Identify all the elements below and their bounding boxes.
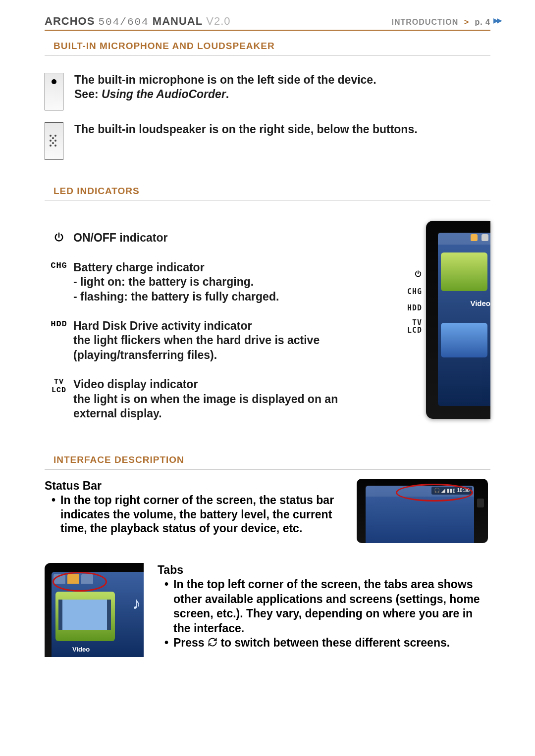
model: 504/604 [98, 16, 149, 28]
microphone-thumbnail [45, 73, 63, 110]
side-hdd: HDD [407, 300, 422, 316]
version: V2.0 [206, 15, 230, 27]
led-hdd-desc: Hard Disk Drive activity indicator the l… [73, 319, 378, 362]
mic-see-suffix: . [226, 88, 229, 101]
led-power-title: ON/OFF indicator [73, 231, 167, 246]
hdd-label: HDD [45, 319, 73, 362]
led-item-tvlcd: TV LCD Video display indicator the light… [45, 377, 378, 421]
page-number: p. 4 [475, 18, 490, 26]
chevron-right-icon: > [464, 18, 469, 26]
loudspeaker-text: The built-in loudspeaker is on the right… [74, 122, 418, 137]
led-chg-l2: - flashing: the battery is fully charged… [73, 290, 279, 304]
side-power-icon [407, 267, 422, 284]
section-heading-led: LED INDICATORS [45, 183, 490, 201]
led-item-hdd: HDD Hard Disk Drive activity indicator t… [45, 319, 378, 362]
section-heading-interface: INTERFACE DESCRIPTION [45, 452, 490, 470]
tabs-heading: Tabs [158, 563, 490, 577]
power-icon [45, 231, 73, 246]
statusbar-block: Status Bar • In the top right corner of … [45, 479, 490, 543]
page-header: ARCHOS 504/604 MANUAL V2.0 INTRODUCTION … [45, 15, 490, 31]
mic-reference: Using the AudioCorder [102, 88, 226, 101]
led-block: ON/OFF indicator CHG Battery charge indi… [45, 221, 490, 429]
statusbar-heading: Status Bar [45, 479, 349, 493]
tabs-highlight-ring [53, 572, 107, 592]
tabs-text: Tabs • In the top left corner of the scr… [158, 563, 490, 651]
bullet-icon: • [164, 636, 173, 651]
statusbar-figure: 🎧 ◢ ▮▮▯ 10:30 [357, 479, 490, 543]
mic-see-prefix: See: [74, 88, 102, 101]
device-screen: Video [438, 233, 490, 406]
side-tvlcd: TV LCD [407, 319, 422, 334]
led-list: ON/OFF indicator CHG Battery charge indi… [45, 221, 378, 421]
led-tvlcd-desc: Video display indicator the light is on … [73, 377, 378, 421]
led-hdd-text: the light flickers when the hard drive i… [73, 333, 378, 362]
tabs-app-label: Video [72, 646, 90, 653]
statusbar-text: Status Bar • In the top right corner of … [45, 479, 349, 536]
led-item-chg: CHG Battery charge indicator - light on:… [45, 260, 378, 304]
loudspeaker-thumbnail [45, 122, 63, 160]
tabs-bullet-1: In the top left corner of the screen, th… [173, 577, 490, 636]
brand: ARCHOS [45, 15, 95, 27]
side-lcd: LCD [407, 326, 422, 335]
forward-icon: ▶▶ [493, 16, 500, 24]
breadcrumb-section: INTRODUCTION [392, 18, 459, 26]
cycle-icon [208, 636, 217, 651]
led-item-power: ON/OFF indicator [45, 231, 378, 246]
led-chg-l1: - light on: the battery is charging. [73, 275, 279, 289]
led-tvlcd-text: the light is on when the image is displa… [73, 392, 378, 421]
music-note-icon: ♪ [132, 594, 141, 613]
microphone-text: The built-in microphone is on the left s… [74, 73, 376, 101]
tabs-bullet-2: Press to switch between these different … [173, 636, 450, 651]
device-figure: CHG HDD TV LCD Video [386, 221, 490, 429]
led-chg-title: Battery charge indicator [73, 261, 205, 274]
section-heading-mic-speaker: BUILT-IN MICROPHONE AND LOUDSPEAKER [45, 38, 490, 56]
film-icon [58, 600, 111, 630]
device-body: Video [426, 221, 490, 419]
manual-label: MANUAL [153, 15, 203, 27]
tvlcd-label: TV LCD [45, 377, 73, 421]
tabs-b2a: Press [173, 636, 208, 649]
device-app-tile-2 [441, 323, 487, 357]
led-hdd-title: Hard Disk Drive activity indicator [73, 319, 252, 332]
breadcrumb: INTRODUCTION > p. 4 [392, 18, 490, 27]
side-chg: CHG [407, 284, 422, 300]
statusbar-bullet: In the top right corner of the screen, t… [60, 493, 349, 536]
lcd-label: LCD [52, 386, 66, 395]
device-topbar [438, 233, 490, 245]
led-tvlcd-title: Video display indicator [73, 378, 198, 391]
bullet-icon: • [164, 577, 173, 636]
tabs-figure: ♪ Video [45, 563, 144, 657]
bullet-icon: • [52, 493, 60, 536]
led-chg-desc: Battery charge indicator - light on: the… [73, 260, 279, 304]
tabs-block: ♪ Video Tabs • In the top left corner of… [45, 563, 490, 657]
chg-label: CHG [45, 260, 73, 304]
statusbar-highlight-ring [396, 484, 473, 502]
mic-line1: The built-in microphone is on the left s… [74, 73, 376, 86]
loudspeaker-row: The built-in loudspeaker is on the right… [45, 122, 490, 160]
device-app-tile [441, 252, 487, 291]
device-side-labels: CHG HDD TV LCD [407, 267, 422, 334]
tabs-b2b: to switch between these different screen… [217, 636, 450, 649]
brand-line: ARCHOS 504/604 MANUAL V2.0 [45, 15, 231, 28]
tv-label: TV [54, 378, 64, 386]
device-app-label: Video [470, 299, 490, 307]
microphone-row: The built-in microphone is on the left s… [45, 73, 490, 110]
